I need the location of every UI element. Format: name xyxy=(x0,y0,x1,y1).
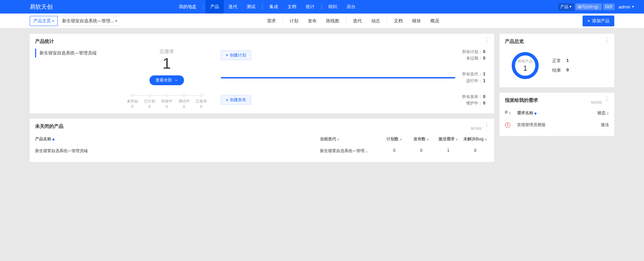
card-header: 指派给我的需求 MORE xyxy=(505,97,609,108)
col-release-count[interactable]: 发布数◆ xyxy=(408,136,435,142)
flow-step: 已计划0 xyxy=(144,94,155,109)
nav-stats[interactable]: 统计 xyxy=(301,0,319,14)
col-priority[interactable]: P◆ xyxy=(505,110,517,116)
brand-logo[interactable]: 易软天创 xyxy=(30,3,53,11)
view-all-button[interactable]: 查看全部→ xyxy=(150,75,184,85)
flow-steps: 未开始0 已计划0 研发中0 测试中0 已发布0 xyxy=(119,94,214,109)
sort-icon[interactable]: ◆ xyxy=(456,138,458,141)
table-header: 产品名称◆ 当前迭代◆ 计划数◆ 发布数◆ 激活需求◆ 未解决Bug◆ xyxy=(35,134,489,145)
col-plan-count[interactable]: 计划数◆ xyxy=(381,136,408,142)
nav-doc[interactable]: 文档 xyxy=(283,0,301,14)
selected-product[interactable]: 新生寝室自选系统—管理员端 xyxy=(35,49,113,57)
cell-name: 新生寝室自选系统—管理员端 xyxy=(35,148,320,154)
cell-bugs: 0 xyxy=(462,148,489,154)
release-stats: 所有发布：0 维护中：0 xyxy=(462,94,485,106)
card-title: 未关闭的产品 xyxy=(35,123,63,129)
sort-icon[interactable]: ◆ xyxy=(52,138,55,141)
arrow-right-icon: → xyxy=(174,78,178,82)
col-label: 计划数 xyxy=(386,137,399,141)
subnav-separator xyxy=(283,19,283,23)
nav-separator xyxy=(262,4,263,10)
sort-icon[interactable]: ◆ xyxy=(337,138,340,141)
flow-step: 未开始0 xyxy=(127,94,138,109)
sort-icon[interactable]: ◆ xyxy=(509,111,511,115)
table-row[interactable]: 新生寝室自选系统—管理员端 新生寝室自选系统—管理... 0 0 1 0 xyxy=(35,145,489,157)
more-link[interactable]: MORE xyxy=(591,100,602,104)
stat-label: 结束 xyxy=(552,67,561,73)
kv-value: 0 xyxy=(483,94,485,99)
sort-icon[interactable]: ◆ xyxy=(400,138,402,141)
nav-product[interactable]: 产品 xyxy=(206,0,224,14)
nav-test[interactable]: 测试 xyxy=(242,0,260,14)
ring-value: 1 xyxy=(523,64,527,73)
col-label: 产品名称 xyxy=(35,137,51,141)
col-open-bugs[interactable]: 未解决Bug◆ xyxy=(462,136,489,142)
search-type-dropdown[interactable]: 产品▼ xyxy=(558,3,574,11)
col-product-name[interactable]: 产品名称◆ xyxy=(35,136,320,142)
col-label: 未解决Bug xyxy=(463,137,483,141)
card-title: 产品统计 xyxy=(35,39,489,45)
subnav-iteration[interactable]: 迭代 xyxy=(348,18,367,24)
create-plan-label: 创建计划 xyxy=(230,52,246,58)
card-menu-icon[interactable]: ⋮ xyxy=(484,123,489,127)
card-menu-icon[interactable]: ⋮ xyxy=(484,39,489,42)
nav-admin[interactable]: 后台 xyxy=(342,0,360,14)
sort-icon[interactable]: ◆ xyxy=(427,138,429,141)
subnav-doc[interactable]: 文档 xyxy=(389,18,407,24)
stats-row-iteration: 所有迭代：1 进行中：1 xyxy=(221,71,485,84)
search-input[interactable] xyxy=(575,3,602,10)
overview-stats: 正常1 结束0 xyxy=(552,58,569,73)
sort-icon[interactable]: ◆ xyxy=(534,112,537,115)
flow-count: 0 xyxy=(161,104,172,109)
subnav-overview[interactable]: 概况 xyxy=(426,18,444,24)
flow-label: 已计划 xyxy=(144,99,155,104)
breadcrumb: 产品主页 ▾ 新生寝室自选系统—管理... ▾ xyxy=(30,16,124,26)
flow-count: 0 xyxy=(196,104,207,109)
add-product-button[interactable]: 添加产品 xyxy=(583,16,614,26)
col-active-stories[interactable]: 激活需求◆ xyxy=(435,136,462,142)
nav-org[interactable]: 组织 xyxy=(324,0,342,14)
col-current-iteration[interactable]: 当前迭代◆ xyxy=(320,136,381,142)
subnav-roadmap[interactable]: 路线图 xyxy=(321,18,344,24)
subnav-separator xyxy=(387,19,387,23)
subnav-story[interactable]: 需求 xyxy=(262,18,280,24)
more-link[interactable]: MORE xyxy=(471,126,482,130)
card-menu-icon[interactable]: ⋮ xyxy=(604,39,610,42)
subnav-activity[interactable]: 动态 xyxy=(367,18,385,24)
col-status[interactable]: 状态◆ xyxy=(592,110,609,116)
cell-plans: 0 xyxy=(381,148,408,154)
subnav-release[interactable]: 发布 xyxy=(303,18,321,24)
sort-icon[interactable]: ◆ xyxy=(607,112,609,115)
col-story-name[interactable]: 需求名称◆ xyxy=(517,110,592,116)
flow-dot-icon xyxy=(165,94,168,97)
stats-row-release: 创建发布 所有发布：0 维护中：0 xyxy=(221,94,485,106)
sort-icon[interactable]: ◆ xyxy=(485,138,487,141)
create-plan-button[interactable]: 创建计划 xyxy=(221,50,251,60)
kv-value: 1 xyxy=(483,72,485,76)
create-release-button[interactable]: 创建发布 xyxy=(221,95,251,105)
breadcrumb-home[interactable]: 产品主页 ▾ xyxy=(30,16,58,26)
breadcrumb-product[interactable]: 新生寝室自选系统—管理... ▾ xyxy=(57,16,124,26)
assigned-table-row[interactable]: 1 实现管理员登陆 激活 xyxy=(505,119,609,131)
subnav-module[interactable]: 模块 xyxy=(407,18,426,24)
nav-dashboard[interactable]: 我的地盘 xyxy=(174,0,201,14)
kv-label: 进行中： xyxy=(466,78,482,83)
search-go-button[interactable]: GO! xyxy=(603,3,615,10)
subnav-plan[interactable]: 计划 xyxy=(285,18,303,24)
assigned-stories-card: ⋮ 指派给我的需求 MORE P◆ 需求名称◆ 状态◆ 1 实现管理员登陆 激活 xyxy=(500,93,614,136)
nav-iteration[interactable]: 迭代 xyxy=(224,0,242,14)
flow-dot-icon xyxy=(148,94,151,97)
cell-story-name: 实现管理员登陆 xyxy=(517,122,592,128)
unclosed-products-card: ⋮ 未关闭的产品 MORE 产品名称◆ 当前迭代◆ 计划数◆ 发布数◆ 激活需求… xyxy=(30,119,494,162)
card-menu-icon[interactable]: ⋮ xyxy=(604,97,610,101)
user-menu[interactable]: admin▼ xyxy=(616,4,637,9)
topbar-left: 易软天创 我的地盘 产品 迭代 测试 集成 文档 统计 组织 后台 xyxy=(30,0,360,14)
nav-integration[interactable]: 集成 xyxy=(265,0,283,14)
flow-dot-icon xyxy=(200,94,203,97)
side-column: ⋮ 产品总览 所有产品 1 正常1 结束0 ⋮ 指派给我的需求 MORE P◆ xyxy=(500,34,614,136)
overview-body: 所有产品 1 正常1 结束0 xyxy=(505,49,609,82)
chevron-down-icon: ▼ xyxy=(632,5,635,8)
flow-count: 0 xyxy=(144,104,155,109)
col-label: 需求名称 xyxy=(517,111,533,115)
nav-separator xyxy=(321,4,322,10)
